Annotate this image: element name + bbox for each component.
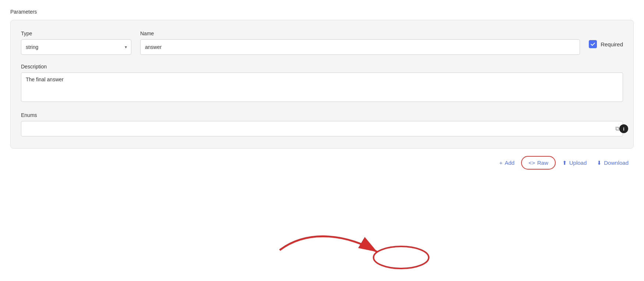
- parameters-card: Type string integer number boolean array…: [10, 20, 634, 149]
- enums-input-container: ⧉ i: [21, 121, 623, 136]
- add-button[interactable]: + Add: [496, 157, 518, 168]
- plus-icon: +: [499, 160, 503, 166]
- required-group: Required: [589, 40, 623, 48]
- download-label: Download: [604, 160, 629, 166]
- name-field-group: Name: [140, 31, 580, 55]
- raw-button[interactable]: <> Raw: [521, 156, 556, 170]
- info-icon[interactable]: i: [619, 124, 628, 133]
- type-select[interactable]: string integer number boolean array obje…: [21, 39, 131, 55]
- download-icon: ⬇: [597, 160, 602, 166]
- raw-label: Raw: [537, 160, 548, 166]
- name-label: Name: [140, 31, 580, 36]
- description-label: Description: [21, 64, 623, 70]
- type-label: Type: [21, 31, 131, 36]
- enums-input[interactable]: [21, 121, 623, 136]
- type-field-group: Type string integer number boolean array…: [21, 31, 131, 55]
- download-button[interactable]: ⬇ Download: [593, 157, 632, 168]
- top-row: Type string integer number boolean array…: [21, 31, 623, 55]
- upload-button[interactable]: ⬆ Upload: [559, 157, 591, 168]
- svg-point-1: [374, 246, 429, 268]
- name-input[interactable]: [140, 39, 580, 55]
- enums-label: Enums: [21, 112, 623, 118]
- required-label: Required: [601, 41, 623, 47]
- section-title: Parameters: [10, 9, 634, 15]
- bottom-toolbar: + Add <> Raw ⬆ Upload ⬇ Download: [10, 156, 634, 170]
- enums-section: Enums ⧉ i: [21, 112, 623, 136]
- upload-icon: ⬆: [562, 160, 567, 166]
- add-label: Add: [505, 160, 514, 166]
- code-icon: <>: [528, 160, 535, 166]
- description-textarea[interactable]: The final answer: [21, 72, 623, 102]
- type-select-wrapper: string integer number boolean array obje…: [21, 39, 131, 55]
- description-section: Description The final answer: [21, 64, 623, 103]
- upload-label: Upload: [569, 160, 587, 166]
- required-checkbox[interactable]: [589, 40, 597, 48]
- copy-icon[interactable]: ⧉: [615, 125, 619, 132]
- enums-input-wrapper: ⧉: [21, 121, 623, 136]
